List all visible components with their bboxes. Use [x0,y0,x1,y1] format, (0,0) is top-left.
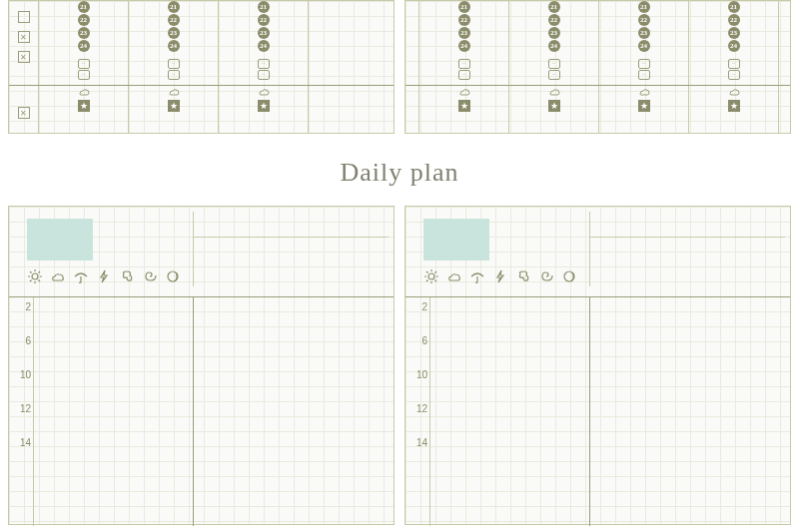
time-label: 12 [13,403,31,437]
star-icon: ★ [458,100,470,112]
header-divider [193,212,194,286]
svg-point-0 [32,273,38,279]
center-divider [193,297,194,526]
svg-line-18 [435,271,437,273]
monthly-panel-left: ✕ ✕ ✕ 21 22 23 24 ·· ·· ★ 21222324 ···· [8,0,395,134]
spacer-column [405,1,419,133]
spiral-icon [538,268,554,284]
time-label: 2 [409,301,427,335]
umbrella-icon [73,268,89,284]
daily-body: 2 6 10 12 14 [9,296,394,526]
time-label: 6 [409,335,427,369]
svg-line-8 [39,271,41,273]
header-divider [193,237,389,238]
panel-divider [9,85,394,86]
section-heading: Daily plan [0,158,799,188]
monthly-panel-right: 21222324 ···· ★ 21222324 ···· ★ 21222324… [404,0,791,134]
star-icon: ★ [78,100,90,112]
checkbox-icon [18,11,30,23]
hour-badge: 21 [78,1,90,13]
date-block [423,219,489,261]
time-label: 10 [409,369,427,403]
daily-panel-left: 2 6 10 12 14 [8,206,395,525]
checkbox-icon: ✕ [18,31,30,43]
planner-day-column: 21222324 ···· ★ [219,1,309,133]
cloud-icon [446,268,462,284]
svg-line-16 [435,280,437,282]
header-divider [589,212,590,286]
time-label: 10 [13,369,31,403]
planner-day-column: 21 22 23 24 ·· ·· ★ [39,1,129,133]
time-label: 2 [13,301,31,335]
daily-plan-row: 2 6 10 12 14 [0,206,799,525]
checkbox-icon: ✕ [18,107,30,119]
weather-mini-icon [458,86,470,98]
monthly-planner-row: ✕ ✕ ✕ 21 22 23 24 ·· ·· ★ 21222324 ···· [0,0,799,134]
svg-line-5 [30,271,32,273]
date-block [27,219,93,261]
svg-line-7 [30,280,32,282]
time-axis: 2 6 10 12 14 [13,301,31,471]
svg-line-15 [426,271,428,273]
planner-day-column: 21222324 ···· ★ [419,1,509,133]
weather-mini-icon [548,86,560,98]
weather-mini-icon [78,86,90,98]
umbrella-icon [469,268,485,284]
weather-row [27,268,181,284]
moon-icon [165,268,181,284]
cloud-icon [50,268,66,284]
daily-panel-right: 2 6 10 12 14 [404,206,791,525]
header-divider [589,237,785,238]
time-label: 14 [13,437,31,471]
spiral-icon [142,268,158,284]
planner-day-column: 21222324 ···· ★ [509,1,599,133]
svg-line-17 [426,280,428,282]
star-icon: ★ [548,100,560,112]
hour-badge: 24 [78,40,90,52]
time-axis-divider [429,297,430,526]
sun-icon [423,268,439,284]
star-icon: ★ [258,100,270,112]
weather-row [423,268,577,284]
daily-body: 2 6 10 12 14 [405,296,790,526]
checkbox-icon: ✕ [18,51,30,63]
svg-line-6 [39,280,41,282]
star-icon: ★ [728,100,740,112]
daily-header [9,207,394,296]
time-label: 6 [13,335,31,369]
weather-mini-icon [728,86,740,98]
lightning-icon [492,268,508,284]
mood-face-icon: ·· [78,59,90,69]
wind-icon [119,268,135,284]
center-divider [589,297,590,526]
checkbox-column: ✕ ✕ ✕ [9,1,39,133]
panel-divider [405,85,790,86]
planner-day-column: 21222324 ···· ★ [599,1,689,133]
hour-stack: 21 22 23 24 [78,1,90,53]
weather-mini-icon [168,86,180,98]
planner-day-column: 21222324 ···· ★ [689,1,779,133]
time-axis: 2 6 10 12 14 [409,301,427,471]
mood-row: ·· ·· [78,59,90,80]
star-icon: ★ [168,100,180,112]
hour-badge: 23 [78,27,90,39]
time-label: 12 [409,403,427,437]
weather-mini-icon [258,86,270,98]
mood-face-icon: ·· [78,70,90,80]
star-icon: ★ [638,100,650,112]
lightning-icon [96,268,112,284]
weather-mini-icon [638,86,650,98]
daily-header [405,207,790,296]
svg-point-10 [428,273,434,279]
sun-icon [27,268,43,284]
wind-icon [515,268,531,284]
moon-icon [561,268,577,284]
planner-day-column: 21222324 ···· ★ [129,1,219,133]
hour-badge: 22 [78,14,90,26]
time-axis-divider [33,297,34,526]
time-label: 14 [409,437,427,471]
